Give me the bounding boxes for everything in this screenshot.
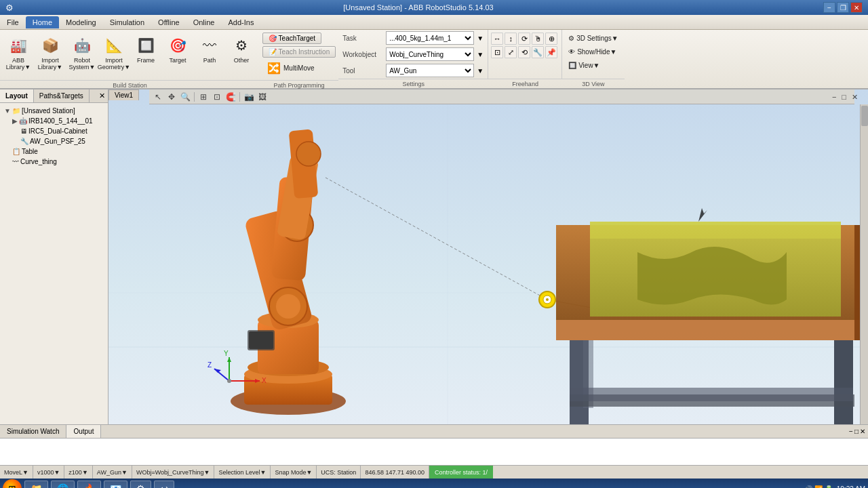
viewport-scrollbar[interactable]: [860, 104, 868, 424]
tree-item-awgun[interactable]: 🔧 AW_Gun_PSF_25: [18, 136, 106, 146]
tree-item-curve[interactable]: 〰 Curve_thing: [9, 157, 106, 167]
bottom-output-panel: [0, 438, 868, 465]
svg-marker-27: [556, 320, 868, 340]
bottom-max-button[interactable]: □: [854, 428, 859, 435]
scrollbar-thumb[interactable]: [861, 106, 868, 126]
workobject-select[interactable]: Wobj_CurveThing: [386, 47, 474, 61]
robot-system-icon: 🤖: [71, 35, 93, 56]
taskbar-firefox[interactable]: 🔥: [77, 481, 101, 488]
system-tray: 🔊 📶 🔋: [804, 485, 833, 489]
task-expand-icon[interactable]: ▼: [477, 35, 484, 42]
fh-icon-2[interactable]: ↕: [505, 33, 517, 45]
taskbar-settings[interactable]: ⚙: [130, 481, 151, 488]
tree-item-irc5[interactable]: 🖥 IRC5_Dual-Cabinet: [18, 126, 106, 136]
viewport-close-button[interactable]: ✕: [850, 92, 860, 102]
frame-button[interactable]: 🔲 Frame: [130, 33, 161, 66]
close-button[interactable]: ✕: [850, 2, 863, 13]
tree-item-station[interactable]: ▼ 📁 [Unsaved Station]: [1, 106, 106, 116]
target-button[interactable]: 🎯 Target: [162, 33, 193, 66]
restore-button[interactable]: ❐: [837, 2, 849, 13]
vt-frame-icon[interactable]: ⊡: [211, 91, 223, 103]
abb-library-button[interactable]: 🏭 ABBLibrary▼: [3, 33, 34, 73]
svg-marker-33: [570, 388, 853, 401]
fh-icon-1[interactable]: ↔: [491, 33, 503, 45]
clock: 10:22 AM: [837, 485, 865, 489]
tree-item-irb[interactable]: ▶ 🤖 IRB1400_5_144__01: [9, 116, 106, 126]
multimove-button[interactable]: 🔀 MultiMove: [262, 60, 319, 77]
simulation-watch-tab[interactable]: Simulation Watch: [0, 425, 66, 438]
svg-rect-30: [834, 340, 853, 424]
menu-home[interactable]: Home: [26, 16, 59, 28]
menu-offline[interactable]: Offline: [151, 16, 186, 28]
show-hide-icon: 👁: [568, 48, 575, 56]
menu-simulation[interactable]: Simulation: [103, 16, 151, 28]
ribbon-3d-view: ⚙ 3D Settings▼ 👁 Show/Hide▼ 🔲 View▼ 3D V…: [562, 30, 625, 89]
vt-snap-icon[interactable]: 🧲: [224, 91, 237, 103]
paths-targets-tab[interactable]: Paths&Targets: [34, 89, 90, 102]
view-toolbar: ↖ ✥ 🔍 ⊞ ⊡ 🧲 📷 🖼: [149, 89, 854, 104]
status-speed[interactable]: v1000▼: [33, 466, 64, 479]
menu-file[interactable]: File: [0, 16, 26, 28]
import-geometry-button[interactable]: 📐 ImportGeometry▼: [98, 33, 130, 73]
layout-tab[interactable]: Layout: [0, 89, 34, 102]
viewport-min-button[interactable]: −: [830, 92, 838, 102]
svg-text:Y: Y: [224, 350, 229, 357]
status-selection[interactable]: Selection Level▼: [214, 466, 271, 479]
vt-move-icon[interactable]: ✥: [165, 91, 178, 103]
menu-modeling[interactable]: Modeling: [59, 16, 103, 28]
fh-icon-10[interactable]: 📌: [545, 46, 557, 58]
output-tab[interactable]: Output: [66, 425, 101, 438]
teach-instruction-button[interactable]: 📝 Teach Instruction: [262, 46, 336, 58]
other-button[interactable]: ⚙ Other: [226, 33, 257, 66]
fh-icon-7[interactable]: ⤢: [505, 46, 517, 58]
left-panel-close[interactable]: ✕: [96, 90, 108, 102]
fh-icon-4[interactable]: 🖱: [532, 33, 544, 45]
taskbar-explorer[interactable]: 📁: [24, 481, 48, 488]
3d-settings-button[interactable]: ⚙ 3D Settings▼: [565, 33, 622, 44]
robot-system-button[interactable]: 🤖 RobotSystem▼: [66, 33, 98, 73]
tree-item-table[interactable]: 📋 Table: [9, 146, 106, 157]
menu-online[interactable]: Online: [186, 16, 222, 28]
vt-select-icon[interactable]: ↖: [152, 91, 164, 103]
view-button[interactable]: 🔲 View▼: [565, 60, 622, 71]
menu-addins[interactable]: Add-Ins: [221, 16, 260, 28]
scene-canvas[interactable]: X Y Z: [108, 89, 868, 424]
viewport-max-button[interactable]: □: [840, 92, 848, 102]
minimize-button[interactable]: −: [823, 2, 835, 13]
abb-library-icon: 🏭: [7, 35, 29, 56]
import-library-button[interactable]: 📦 ImportLibrary▼: [35, 33, 66, 73]
bottom-tabs: Simulation Watch Output − □ ✕: [0, 424, 868, 438]
status-snap[interactable]: Snap Mode▼: [271, 466, 317, 479]
fh-icon-6[interactable]: ⊡: [491, 46, 503, 58]
fh-icon-3[interactable]: ⟳: [518, 33, 530, 45]
bottom-close-button[interactable]: ✕: [860, 428, 865, 435]
status-tool[interactable]: AW_Gun▼: [93, 466, 132, 479]
path-icon: 〰: [199, 35, 220, 56]
taskbar-mail[interactable]: 📧: [104, 481, 127, 488]
fh-icon-8[interactable]: ⟲: [518, 46, 530, 58]
taskbar-browser[interactable]: 🌐: [51, 481, 75, 488]
bottom-min-button[interactable]: −: [849, 428, 853, 435]
status-zone[interactable]: z100▼: [64, 466, 92, 479]
task-select[interactable]: ...400_5kg_1.44m_1: [386, 31, 474, 45]
vt-grid-icon[interactable]: ⊞: [197, 91, 210, 103]
status-move[interactable]: MoveL▼: [0, 466, 33, 479]
workobject-expand-icon[interactable]: ▼: [477, 51, 484, 58]
fh-icon-9[interactable]: 🔧: [532, 46, 544, 58]
view1-tab[interactable]: View1: [108, 89, 139, 100]
3d-settings-icon: ⚙: [568, 35, 574, 42]
status-wobj[interactable]: WObj=Wobj_CurveThing▼: [132, 466, 215, 479]
start-button[interactable]: ⊞: [3, 479, 22, 488]
vt-camera-icon[interactable]: 📷: [243, 91, 255, 103]
fh-icon-5[interactable]: ⊕: [545, 33, 557, 45]
titlebar-title: [Unsaved Station] - ABB RobotStudio 5.14…: [343, 3, 493, 12]
path-button[interactable]: 〰 Path: [194, 33, 225, 66]
left-tabs: Layout Paths&Targets ✕: [0, 89, 108, 103]
vt-zoom-icon[interactable]: 🔍: [179, 91, 191, 103]
vt-render-icon[interactable]: 🖼: [256, 91, 269, 103]
tool-select[interactable]: AW_Gun: [386, 64, 474, 77]
tool-expand-icon[interactable]: ▼: [477, 67, 484, 75]
show-hide-button[interactable]: 👁 Show/Hide▼: [565, 46, 622, 58]
taskbar-back[interactable]: ↩: [154, 481, 174, 488]
teach-target-button[interactable]: 🎯 TeachTarget: [262, 33, 321, 44]
